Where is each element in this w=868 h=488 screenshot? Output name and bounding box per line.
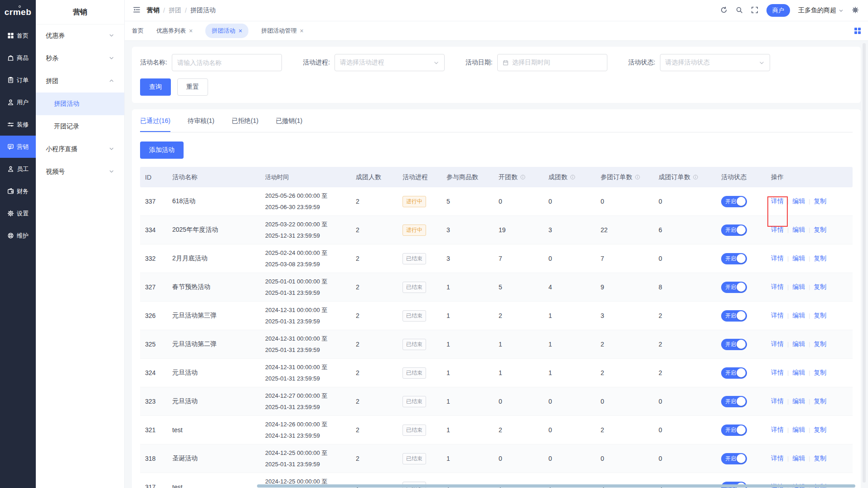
tab-revoked[interactable]: 已撤销(1)	[276, 117, 302, 132]
tab-pending[interactable]: 待审核(1)	[188, 117, 214, 132]
sidebar-item-users[interactable]: 用户	[0, 91, 36, 113]
status-toggle[interactable]: 开启	[721, 339, 747, 350]
edit-link[interactable]: 编辑	[792, 283, 805, 291]
breadcrumb-groupbuy[interactable]: 拼团	[169, 6, 181, 15]
activity-date-picker[interactable]: 选择日期时间	[497, 54, 607, 71]
submenu-item-groupbuy-activity[interactable]: 拼团活动	[36, 93, 124, 115]
close-icon[interactable]: ×	[238, 28, 242, 34]
copy-link[interactable]: 复制	[814, 312, 826, 320]
vertical-scrollbar[interactable]	[863, 43, 866, 483]
sidebar-item-settings[interactable]: 设置	[0, 202, 36, 224]
sidebar-item-decorate[interactable]: 装修	[0, 113, 36, 136]
status-toggle[interactable]: 开启	[721, 282, 747, 293]
merchant-dropdown[interactable]: 王多鱼的商超	[798, 6, 844, 15]
cell-join-orders: 2	[596, 369, 654, 376]
edit-link[interactable]: 编辑	[792, 312, 805, 320]
cell-join-orders: 2	[596, 341, 654, 348]
cell-open-count: 1	[494, 369, 543, 376]
tab-rejected[interactable]: 已拒绝(1)	[232, 117, 258, 132]
merchant-badge[interactable]: 商户	[766, 4, 790, 17]
detail-link[interactable]: 详情	[771, 312, 784, 320]
status-toggle[interactable]: 开启	[721, 224, 747, 236]
tab-approved[interactable]: 已通过(16)	[140, 117, 170, 132]
submenu-item-groupbuy[interactable]: 拼团	[36, 70, 124, 93]
cell-group-orders: 0	[654, 198, 716, 205]
page-tab-groupbuy-manage[interactable]: 拼团活动管理 ×	[261, 27, 303, 35]
refresh-icon[interactable]	[720, 6, 727, 15]
copy-link[interactable]: 复制	[814, 369, 826, 377]
submenu-item-coupon[interactable]: 优惠券	[36, 24, 124, 47]
sidebar-item-home[interactable]: 首页	[0, 24, 36, 47]
add-activity-button[interactable]: 添加活动	[140, 142, 184, 159]
close-icon[interactable]: ×	[300, 28, 303, 34]
horizontal-scrollbar[interactable]	[257, 484, 855, 488]
detail-link[interactable]: 详情	[771, 340, 784, 348]
fullscreen-icon[interactable]	[751, 6, 758, 15]
submenu-item-seckill[interactable]: 秒杀	[36, 47, 124, 70]
status-toggle[interactable]: 开启	[721, 253, 747, 264]
edit-link[interactable]: 编辑	[792, 454, 805, 463]
cell-activity-time: 2024-12-31 00:00:00 至 2025-01-31 23:59:5…	[260, 361, 351, 384]
status-toggle[interactable]: 开启	[721, 367, 747, 379]
cell-id: 326	[140, 312, 167, 319]
submenu-item-video-channel[interactable]: 视频号	[36, 161, 124, 183]
detail-link[interactable]: 详情	[771, 197, 784, 205]
page-tab-home[interactable]: 首页	[132, 27, 144, 35]
status-toggle[interactable]: 开启	[721, 310, 747, 322]
detail-link[interactable]: 详情	[771, 283, 784, 291]
edit-link[interactable]: 编辑	[792, 397, 805, 405]
submenu-item-miniprogram-live[interactable]: 小程序直播	[36, 138, 124, 161]
status-toggle[interactable]: 开启	[721, 453, 747, 464]
cell-join-orders: 0	[596, 198, 654, 205]
sidebar-item-marketing[interactable]: 营销	[0, 136, 36, 158]
cell-goods-count: 3	[441, 226, 494, 234]
tabs-grid-icon[interactable]	[854, 28, 861, 34]
copy-link[interactable]: 复制	[814, 283, 826, 291]
submenu-item-groupbuy-records[interactable]: 开团记录	[36, 115, 124, 138]
detail-link[interactable]: 详情	[771, 397, 784, 405]
activity-progress-select[interactable]: 请选择活动进程	[335, 54, 445, 71]
sidebar-item-staff[interactable]: 员工	[0, 158, 36, 180]
cell-actions: 详情| 编辑| 复制	[766, 426, 853, 434]
gear-icon[interactable]	[852, 6, 859, 15]
close-icon[interactable]: ×	[189, 28, 193, 34]
copy-link[interactable]: 复制	[814, 397, 826, 405]
search-icon[interactable]	[736, 6, 743, 15]
activity-status-select[interactable]: 请选择活动状态	[660, 54, 770, 71]
copy-link[interactable]: 复制	[814, 197, 826, 205]
page-tab-groupbuy-activity[interactable]: 拼团活动 ×	[205, 24, 248, 38]
sidebar-item-maintenance[interactable]: 维护	[0, 224, 36, 247]
chevron-down-icon	[109, 55, 114, 62]
toggle-knob	[737, 454, 746, 463]
edit-link[interactable]: 编辑	[792, 369, 805, 377]
detail-link[interactable]: 详情	[771, 454, 784, 463]
copy-link[interactable]: 复制	[814, 254, 826, 263]
copy-link[interactable]: 复制	[814, 340, 826, 348]
sidebar-item-finance[interactable]: 财务	[0, 180, 36, 202]
edit-link[interactable]: 编辑	[792, 340, 805, 348]
status-toggle[interactable]: 开启	[721, 396, 747, 407]
edit-link[interactable]: 编辑	[792, 226, 805, 234]
search-button[interactable]: 查询	[140, 78, 171, 96]
cell-group-count: 0	[543, 398, 596, 405]
edit-link[interactable]: 编辑	[792, 254, 805, 263]
page-tab-coupon-list[interactable]: 优惠券列表 ×	[156, 27, 193, 35]
reset-button[interactable]: 重置	[177, 78, 208, 96]
detail-link[interactable]: 详情	[771, 226, 784, 234]
detail-link[interactable]: 详情	[771, 369, 784, 377]
gear-icon	[7, 210, 14, 217]
edit-link[interactable]: 编辑	[792, 426, 805, 434]
status-toggle[interactable]: 开启	[721, 425, 747, 436]
detail-link[interactable]: 详情	[771, 426, 784, 434]
copy-link[interactable]: 复制	[814, 426, 826, 434]
detail-link[interactable]: 详情	[771, 254, 784, 263]
status-toggle[interactable]: 开启	[721, 196, 747, 207]
copy-link[interactable]: 复制	[814, 226, 826, 234]
copy-link[interactable]: 复制	[814, 454, 826, 463]
breadcrumb-marketing[interactable]: 营销	[147, 6, 160, 15]
sidebar-item-goods[interactable]: 商品	[0, 47, 36, 69]
collapse-menu-icon[interactable]	[133, 6, 141, 15]
edit-link[interactable]: 编辑	[792, 197, 805, 205]
activity-name-input[interactable]	[172, 54, 282, 71]
sidebar-item-orders[interactable]: 订单	[0, 69, 36, 91]
